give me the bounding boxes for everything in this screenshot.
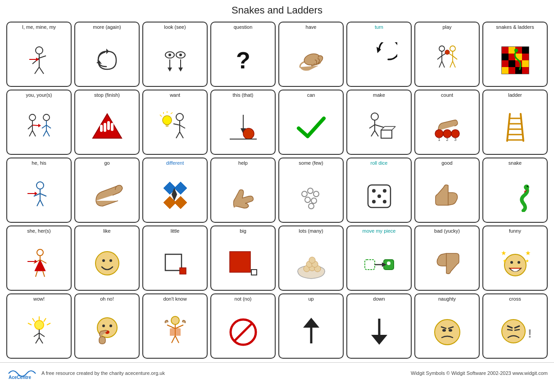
svg-line-74 [176,132,180,138]
svg-rect-43 [502,60,509,67]
svg-line-143 [36,271,37,277]
svg-line-32 [453,61,455,68]
svg-rect-152 [230,252,250,272]
svg-point-167 [504,254,526,276]
svg-line-57 [29,131,32,136]
card-down: down [346,293,412,359]
card-this: this (that) [210,90,276,155]
card-move-piece: move my piece [346,225,412,291]
svg-marker-8 [106,49,109,54]
svg-point-97 [435,130,443,138]
card-different: different [142,158,208,223]
card-lots-many: lots (many) [278,225,344,291]
card-naughty: naughty [414,293,480,359]
svg-line-72 [173,124,180,125]
svg-line-24 [442,54,445,56]
card-oh-no: oh no! [74,293,140,359]
svg-rect-150 [165,254,182,270]
svg-point-202 [435,320,460,345]
svg-line-183 [36,338,39,343]
svg-rect-66 [104,123,106,132]
svg-point-13 [179,54,182,56]
svg-rect-68 [111,123,114,131]
svg-line-144 [43,271,45,277]
svg-line-182 [39,333,45,337]
card-wow: wow! [6,293,72,359]
card-play: play [414,22,480,87]
svg-point-137 [527,186,528,187]
svg-line-176 [47,323,50,325]
svg-point-147 [95,252,119,275]
svg-rect-42 [522,54,529,60]
card-go: go [74,158,140,223]
svg-point-59 [43,114,50,121]
card-count: count 1 2 3 [414,90,480,155]
svg-point-160 [309,257,315,263]
svg-line-63 [43,131,46,136]
card-more: more (again) [74,22,140,87]
svg-text:★: ★ [525,258,529,263]
svg-rect-48 [509,67,515,74]
svg-rect-161 [365,260,375,270]
svg-point-70 [176,113,183,121]
svg-line-90 [375,125,384,127]
svg-rect-69 [100,125,103,132]
card-funny: funny ★ ★ ★ ★ [482,225,548,291]
svg-point-130 [372,189,376,193]
svg-rect-35 [502,47,509,54]
svg-point-148 [102,259,105,262]
svg-line-31 [450,61,453,68]
svg-rect-153 [251,270,257,275]
svg-line-115 [40,200,43,206]
svg-point-165 [387,261,391,265]
svg-line-26 [442,61,445,68]
svg-text:3: 3 [454,137,456,142]
card-stop: stop (finish) [74,90,140,155]
svg-marker-201 [371,335,387,345]
svg-line-29 [449,54,453,56]
svg-point-187 [109,324,112,327]
footer: AceCentre A free resource created by the… [0,362,554,383]
svg-line-89 [369,125,375,128]
svg-rect-39 [502,54,509,60]
svg-line-178 [28,323,32,325]
svg-line-23 [437,56,442,59]
svg-point-136 [524,185,529,190]
svg-line-92 [375,131,378,136]
acecentre-logo: AceCentre [6,365,38,381]
card-you-your: you, your(s) [6,90,72,155]
card-dont-know: don't know [142,293,208,359]
svg-rect-38 [522,47,529,54]
svg-text:!: ! [528,327,532,340]
card-cross: cross ! [482,293,548,359]
svg-line-82 [171,113,173,114]
svg-line-61 [42,125,46,128]
svg-line-181 [34,333,39,337]
svg-point-149 [109,259,112,262]
svg-point-123 [302,191,307,197]
svg-text:★: ★ [525,249,531,257]
svg-point-76 [163,116,172,125]
svg-line-73 [180,125,185,128]
svg-point-128 [309,203,314,209]
svg-point-124 [308,188,313,194]
svg-line-30 [453,56,457,59]
svg-point-0 [36,47,43,54]
svg-point-190 [171,316,179,324]
svg-point-126 [305,197,310,203]
svg-marker-146 [35,260,37,263]
card-want: want [142,90,208,155]
svg-point-205 [442,329,446,332]
svg-point-110 [36,182,44,189]
card-good: good [414,158,480,223]
svg-line-3 [39,56,46,58]
svg-rect-41 [515,54,522,60]
card-have: have [278,22,344,87]
svg-line-177 [32,318,35,322]
svg-point-134 [383,200,386,203]
svg-point-132 [377,194,381,198]
svg-line-184 [39,338,43,343]
svg-rect-151 [180,268,186,274]
svg-marker-199 [303,318,319,328]
svg-text:★: ★ [503,258,507,263]
